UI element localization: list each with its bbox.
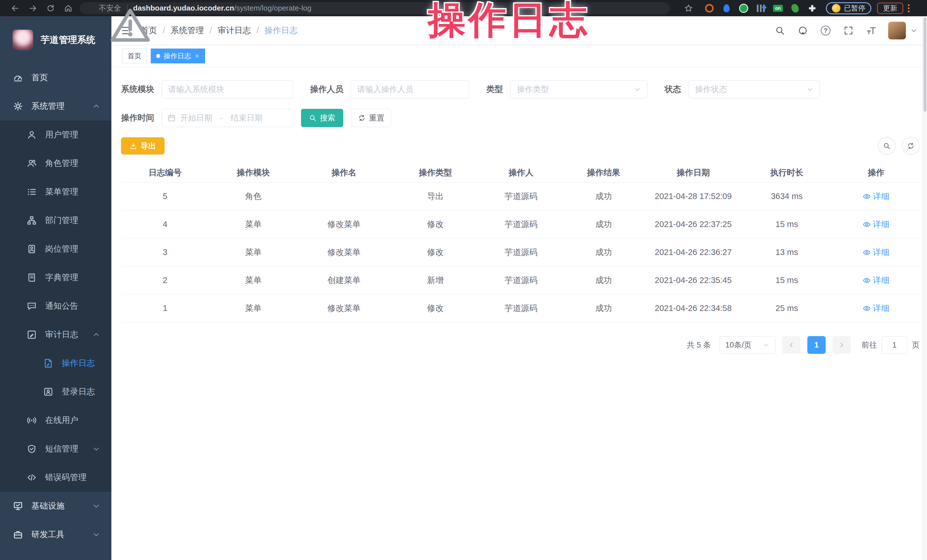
refresh-icon — [907, 142, 915, 150]
scrollbar-thumb[interactable] — [924, 17, 926, 112]
next-page-button[interactable] — [833, 336, 851, 354]
date-range-picker[interactable]: 开始日期 - 结束日期 — [162, 109, 293, 127]
browser-back-icon[interactable] — [6, 2, 24, 15]
table-row: 5角色导出芋道源码成功2021-04-28 17:52:093634 ms 详细 — [121, 182, 919, 211]
sidebar-item-role-mgmt[interactable]: 角色管理 — [0, 149, 111, 178]
breadcrumb-system[interactable]: 系统管理 — [171, 25, 204, 36]
extension-leaf-icon[interactable] — [790, 3, 800, 14]
eye-icon — [863, 193, 871, 200]
extension-bars-icon[interactable] — [756, 3, 766, 14]
chevron-down-icon — [93, 502, 100, 510]
detail-link[interactable]: 详细 — [833, 219, 919, 230]
browser-forward-icon[interactable] — [24, 2, 42, 15]
sidebar-item-sms-mgmt[interactable]: 短信管理 — [0, 435, 111, 463]
operate-log-icon — [43, 358, 53, 368]
chevron-left-icon — [788, 341, 795, 348]
error-code-icon — [27, 473, 36, 482]
page-content: 系统模块 操作人员 类型 操作类型 状态 操作状态 — [111, 67, 927, 560]
security-label: 不安全 — [99, 3, 121, 13]
operator-input[interactable] — [351, 80, 469, 99]
browser-home-icon[interactable] — [59, 2, 77, 15]
tab-home[interactable]: 首页 — [122, 49, 147, 64]
header-search-icon[interactable] — [775, 26, 785, 35]
toggle-search-button[interactable] — [878, 138, 895, 154]
export-button[interactable]: 导出 — [121, 137, 164, 155]
bookmark-star-icon[interactable] — [680, 2, 698, 15]
sidebar-item-infrastructure[interactable]: 基础设施 — [0, 492, 111, 520]
browser-chrome: 不安全 dashboard.yudao.iocoder.cn/system/lo… — [0, 0, 927, 16]
detail-link[interactable]: 详细 — [833, 191, 919, 202]
sidebar-item-system-mgmt[interactable]: 系统管理 — [0, 92, 111, 120]
chevron-up-icon — [93, 331, 100, 338]
logo-avatar — [12, 30, 33, 50]
address-bar[interactable]: 不安全 dashboard.yudao.iocoder.cn/system/lo… — [80, 2, 670, 14]
tags-view-bar: 首页 操作日志 — [111, 45, 927, 67]
sidebar-item-audit-log[interactable]: 审计日志 — [0, 320, 111, 349]
sidebar-item-error-code[interactable]: 错误码管理 — [0, 463, 111, 492]
dev-tool-icon — [13, 530, 23, 539]
system-submenu: 用户管理 角色管理 菜单管理 部门管理 岗位管理 字典管理 — [0, 120, 111, 492]
url-host: dashboard.yudao.iocoder.cn — [133, 4, 234, 12]
login-log-icon — [43, 387, 53, 397]
reset-button[interactable]: 重置 — [351, 109, 391, 127]
chevron-down-icon — [763, 342, 769, 348]
update-button[interactable]: 更新 — [877, 3, 903, 14]
goto-label: 前往 — [862, 340, 877, 350]
sidebar-item-dept-mgmt[interactable]: 部门管理 — [0, 206, 111, 235]
avatar-caret-down-icon[interactable] — [910, 27, 917, 34]
status-label: 状态 — [664, 83, 681, 95]
operate-log-table: 日志编号 操作模块 操作名 操作类型 操作人 操作结果 操作日期 执行时长 操作… — [121, 163, 919, 322]
browser-reload-icon[interactable] — [42, 2, 59, 15]
github-icon[interactable] — [798, 26, 808, 35]
extension-orange-icon[interactable] — [704, 3, 714, 14]
chevron-right-icon — [838, 341, 845, 348]
font-size-icon[interactable] — [866, 26, 876, 35]
sidebar: 芋道管理系统 首页 系统管理 用户管理 角色管理 菜单管理 — [0, 16, 111, 560]
extension-drop-icon[interactable] — [721, 3, 732, 14]
module-input[interactable] — [162, 80, 293, 99]
fullscreen-icon[interactable] — [843, 26, 853, 35]
sidebar-item-notice[interactable]: 通知公告 — [0, 292, 111, 320]
tab-operate-log[interactable]: 操作日志 — [151, 49, 205, 64]
tab-close-icon[interactable] — [195, 53, 200, 59]
sidebar-item-home[interactable]: 首页 — [0, 64, 111, 92]
page-size-select[interactable]: 10条/页 — [719, 336, 775, 354]
extensions-puzzle-icon[interactable] — [807, 3, 818, 14]
type-select[interactable]: 操作类型 — [510, 80, 647, 99]
breadcrumb-audit[interactable]: 审计日志 — [217, 25, 251, 36]
sidebar-item-post-mgmt[interactable]: 岗位管理 — [0, 235, 111, 263]
sidebar-item-operate-log[interactable]: 操作日志 — [0, 349, 111, 378]
eye-icon — [863, 249, 871, 256]
goto-page-input[interactable] — [881, 336, 907, 354]
status-select[interactable]: 操作状态 — [688, 80, 820, 99]
page-scrollbar[interactable] — [922, 16, 927, 560]
table-row: 2菜单创建菜单新增芋道源码成功2021-04-26 22:35:4515 ms … — [121, 266, 919, 294]
sidebar-item-dev-tools[interactable]: 研发工具 — [0, 520, 111, 549]
extension-on-badge-icon[interactable]: on — [773, 3, 783, 14]
detail-link[interactable]: 详细 — [833, 275, 919, 286]
eye-icon — [863, 304, 871, 313]
total-count: 共 5 条 — [687, 340, 711, 350]
paused-extension-pill[interactable]: 已暂停 — [826, 2, 871, 14]
detail-link[interactable]: 详细 — [833, 247, 919, 258]
help-icon[interactable]: ? — [821, 26, 830, 35]
sidebar-item-online-users[interactable]: 在线用户 — [0, 406, 111, 435]
extension-green-circle-icon[interactable] — [739, 3, 749, 14]
dashboard-icon — [13, 73, 23, 82]
online-user-icon — [27, 416, 36, 425]
prev-page-button[interactable] — [782, 336, 801, 354]
sidebar-item-user-mgmt[interactable]: 用户管理 — [0, 120, 111, 149]
page-1-button[interactable]: 1 — [807, 336, 826, 354]
search-button[interactable]: 搜索 — [301, 109, 343, 127]
sidebar-item-menu-mgmt[interactable]: 菜单管理 — [0, 178, 111, 206]
sidebar-item-login-log[interactable]: 登录日志 — [0, 378, 111, 406]
refresh-table-button[interactable] — [903, 138, 919, 154]
chevron-down-icon — [634, 86, 641, 93]
chevron-down-icon — [93, 531, 100, 538]
user-avatar[interactable] — [888, 22, 906, 39]
sidebar-item-dict-mgmt[interactable]: 字典管理 — [0, 263, 111, 292]
chevron-up-icon — [93, 103, 100, 110]
dict-book-icon — [27, 273, 36, 282]
detail-link[interactable]: 详细 — [833, 303, 919, 314]
browser-menu-icon[interactable] — [908, 4, 910, 12]
